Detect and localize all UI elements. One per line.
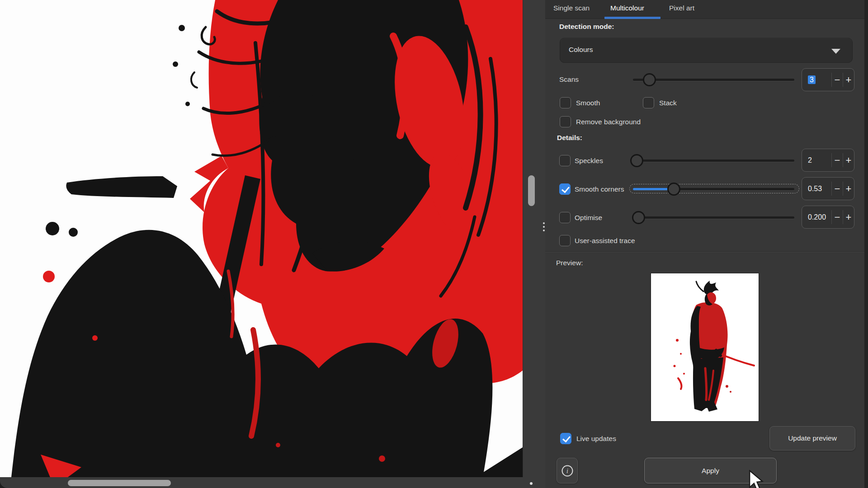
speckles-spinbox: 2 − +: [802, 149, 854, 172]
optimise-label: Optimise: [575, 214, 602, 222]
user-assisted-trace-label: User-assisted trace: [575, 237, 635, 245]
optimise-spinbox: 0.200 − +: [802, 206, 854, 229]
detection-mode-label: Detection mode:: [559, 23, 614, 31]
minus-button[interactable]: −: [832, 206, 843, 228]
scans-spinbox: 3 − +: [802, 68, 854, 91]
stack-label: Stack: [659, 99, 677, 107]
user-assisted-trace-checkbox[interactable]: [559, 235, 571, 246]
speckles-label: Speckles: [575, 157, 603, 165]
window-edge: [864, 0, 868, 488]
section-divider: [545, 251, 864, 252]
smooth-corners-checkbox[interactable]: [559, 183, 571, 195]
update-preview-button[interactable]: Update preview: [769, 426, 855, 450]
canvas-gutter: [523, 0, 545, 477]
plus-button[interactable]: +: [843, 178, 854, 199]
scans-slider-knob[interactable]: [643, 73, 656, 86]
panel-resize-handle-icon[interactable]: [543, 221, 545, 233]
minus-button[interactable]: −: [832, 150, 843, 171]
horizontal-scrollbar[interactable]: [68, 480, 171, 486]
preview-thumbnail: [651, 273, 759, 421]
speckles-checkbox[interactable]: [559, 155, 571, 166]
smooth-corners-spinbox: 0.53 − +: [802, 177, 854, 200]
image-canvas[interactable]: [0, 0, 523, 477]
dropdown-selected-value: Colours: [569, 46, 593, 54]
mouse-cursor-icon: [747, 470, 769, 488]
live-updates-label: Live updates: [576, 435, 616, 443]
minus-button[interactable]: −: [832, 69, 843, 90]
optimise-slider[interactable]: [633, 216, 794, 219]
smooth-label: Smooth: [576, 99, 600, 107]
tab-bar: Single scan Multicolour Pixel art: [545, 0, 864, 19]
remove-background-label: Remove background: [576, 118, 641, 126]
optimise-value[interactable]: 0.200: [802, 213, 831, 221]
smooth-checkbox[interactable]: [560, 97, 571, 108]
remove-background-checkbox[interactable]: [560, 116, 571, 127]
details-heading: Details:: [557, 134, 582, 142]
vertical-scrollbar[interactable]: [528, 175, 535, 206]
tab-pixel-art[interactable]: Pixel art: [669, 4, 694, 12]
optimise-slider-knob[interactable]: [632, 211, 645, 224]
scans-slider[interactable]: [633, 79, 794, 81]
speckles-value[interactable]: 2: [802, 156, 831, 164]
plus-button[interactable]: +: [843, 150, 854, 171]
preview-label: Preview:: [556, 259, 583, 267]
optimise-checkbox[interactable]: [559, 212, 571, 223]
samurai-artwork: [0, 0, 523, 477]
tab-single-scan[interactable]: Single scan: [553, 4, 590, 12]
plus-button[interactable]: +: [843, 69, 854, 90]
scans-value[interactable]: 3: [802, 76, 831, 84]
smooth-corners-slider-knob[interactable]: [667, 183, 680, 196]
chevron-down-icon: [831, 49, 840, 54]
svg-text:i: i: [566, 468, 568, 474]
live-updates-checkbox[interactable]: [560, 433, 571, 444]
stack-checkbox[interactable]: [643, 97, 654, 108]
active-tab-underline: [604, 17, 660, 19]
detection-mode-dropdown[interactable]: Colours: [560, 38, 853, 63]
smooth-corners-value[interactable]: 0.53: [802, 185, 831, 193]
smooth-corners-slider[interactable]: [633, 188, 794, 190]
scroll-corner-dot: [530, 482, 533, 485]
speckles-slider[interactable]: [633, 160, 794, 162]
tab-multicolour[interactable]: Multicolour: [610, 4, 644, 12]
minus-button[interactable]: −: [832, 178, 843, 199]
info-button[interactable]: i: [557, 458, 578, 483]
trace-panel: Single scan Multicolour Pixel art Detect…: [545, 0, 864, 488]
speckles-slider-knob[interactable]: [630, 154, 643, 167]
plus-button[interactable]: +: [843, 206, 854, 228]
smooth-corners-label: Smooth corners: [575, 185, 624, 193]
trace-bitmap-window: Single scan Multicolour Pixel art Detect…: [0, 0, 868, 488]
preview-image: [651, 273, 759, 421]
info-icon: i: [561, 465, 574, 477]
scans-label: Scans: [559, 75, 579, 84]
